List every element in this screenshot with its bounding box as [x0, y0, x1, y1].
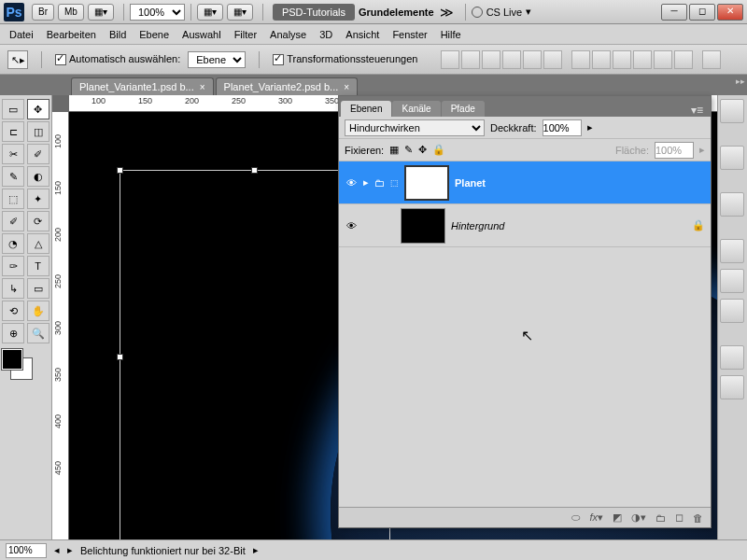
- screen-mode-button[interactable]: ▦▾: [88, 4, 114, 21]
- adjustment-layer-icon[interactable]: ◑▾: [631, 511, 646, 524]
- tool-button[interactable]: ✑: [2, 256, 24, 276]
- tool-button[interactable]: ✂: [2, 144, 24, 164]
- distribute-icon[interactable]: [654, 50, 672, 69]
- layer-row[interactable]: 👁 ▸ 🗀 ⬚ Planet: [339, 161, 711, 204]
- layer-thumbnail[interactable]: [404, 165, 449, 201]
- cslive-button[interactable]: CS Live ▾: [472, 6, 532, 18]
- tool-button[interactable]: ✦: [27, 189, 49, 209]
- visibility-icon[interactable]: 👁: [345, 177, 358, 189]
- tool-button[interactable]: ✐: [27, 144, 49, 164]
- layer-name[interactable]: Hintergrund: [451, 220, 686, 231]
- workspace-current[interactable]: PSD-Tutorials: [273, 4, 355, 21]
- tool-button[interactable]: ⟲: [2, 301, 24, 321]
- layers-panel[interactable]: Ebenen Kanäle Pfade ▾≡ Hindurchwirken De…: [338, 95, 712, 528]
- lock-transparency-icon[interactable]: ▦: [389, 144, 399, 156]
- lock-pixels-icon[interactable]: ✎: [404, 144, 413, 156]
- dock-icon[interactable]: [720, 299, 744, 323]
- color-swatches[interactable]: [2, 349, 39, 383]
- layer-name[interactable]: Planet: [455, 177, 705, 189]
- opacity-input[interactable]: [543, 119, 582, 136]
- ruler-vertical[interactable]: 100150200250300350400450: [52, 112, 69, 539]
- menu-ansicht[interactable]: Ansicht: [345, 29, 379, 40]
- link-layers-icon[interactable]: ⬭: [571, 511, 580, 524]
- menu-3d[interactable]: 3D: [319, 29, 332, 40]
- zoom-select[interactable]: 100%: [130, 4, 185, 21]
- transform-handle[interactable]: [117, 167, 123, 174]
- tool-button[interactable]: ⟳: [27, 211, 49, 231]
- visibility-icon[interactable]: 👁: [345, 220, 358, 231]
- menu-ebene[interactable]: Ebene: [139, 29, 169, 40]
- tool-button[interactable]: ▭: [27, 278, 49, 299]
- document-tab[interactable]: Planet_Variante1.psd b...×: [71, 77, 214, 95]
- layer-fx-icon[interactable]: fx▾: [589, 511, 603, 524]
- view-extras-button[interactable]: ▦▾: [197, 4, 223, 21]
- distribute-icon[interactable]: [592, 50, 611, 69]
- tool-button[interactable]: ✋: [27, 301, 49, 321]
- status-nav-icon[interactable]: ◂: [54, 544, 60, 556]
- layer-mask-icon[interactable]: ◩: [613, 511, 622, 524]
- close-tab-icon[interactable]: ×: [200, 82, 205, 92]
- minimize-button[interactable]: ─: [661, 4, 687, 21]
- tab-pfade[interactable]: Pfade: [442, 101, 485, 117]
- current-tool-icon[interactable]: ↖▸: [7, 50, 28, 69]
- transform-handle[interactable]: [117, 354, 123, 360]
- blend-mode-select[interactable]: Hindurchwirken: [345, 119, 485, 136]
- auto-align-icon[interactable]: [702, 50, 721, 69]
- transform-controls-check[interactable]: Transformationssteuerungen: [273, 53, 417, 65]
- tool-button[interactable]: ⬚: [2, 189, 24, 209]
- menu-bearbeiten[interactable]: Bearbeiten: [47, 29, 96, 40]
- align-icon[interactable]: [482, 50, 500, 69]
- arrange-button[interactable]: ▦▾: [227, 4, 253, 21]
- tool-button[interactable]: ✐: [2, 211, 24, 231]
- close-tab-icon[interactable]: ×: [344, 82, 349, 92]
- zoom-input[interactable]: [6, 543, 47, 558]
- layer-thumbnail[interactable]: [401, 208, 445, 244]
- menu-filter[interactable]: Filter: [234, 29, 257, 40]
- auto-select-target[interactable]: Ebene: [188, 51, 246, 68]
- tool-button[interactable]: ⊕: [2, 323, 24, 343]
- tool-button[interactable]: ◔: [2, 233, 24, 254]
- dock-icon[interactable]: [720, 239, 744, 263]
- distribute-icon[interactable]: [613, 50, 631, 69]
- tool-button[interactable]: ↳: [2, 278, 24, 299]
- fill-input[interactable]: [655, 142, 694, 159]
- new-layer-icon[interactable]: ◻: [675, 511, 684, 524]
- document-tab[interactable]: Planet_Variante2.psd b...×: [216, 77, 359, 95]
- status-flyout-icon[interactable]: ▸: [253, 544, 259, 556]
- maximize-button[interactable]: ◻: [689, 4, 715, 21]
- align-icon[interactable]: [441, 50, 459, 69]
- dock-icon[interactable]: [720, 375, 744, 399]
- dock-icon[interactable]: [720, 269, 744, 293]
- panel-menu-icon[interactable]: ▾≡: [684, 104, 711, 117]
- menu-auswahl[interactable]: Auswahl: [182, 29, 221, 40]
- dock-icon[interactable]: [720, 146, 744, 170]
- fill-flyout-icon[interactable]: ▸: [699, 144, 705, 156]
- lock-all-icon[interactable]: 🔒: [432, 144, 445, 156]
- tool-button[interactable]: ⊏: [2, 121, 24, 142]
- dock-icon[interactable]: [720, 99, 744, 123]
- auto-select-check[interactable]: Automatisch auswählen:: [55, 53, 180, 65]
- opacity-flyout-icon[interactable]: ▸: [587, 121, 593, 133]
- lock-position-icon[interactable]: ✥: [418, 144, 427, 156]
- close-button[interactable]: ✕: [717, 4, 743, 21]
- align-icon[interactable]: [543, 50, 562, 69]
- tab-ebenen[interactable]: Ebenen: [341, 101, 391, 117]
- tab-kanaele[interactable]: Kanäle: [392, 101, 440, 117]
- distribute-icon[interactable]: [633, 50, 652, 69]
- tool-button[interactable]: 🔍: [27, 323, 49, 343]
- expand-group-icon[interactable]: ▸: [363, 176, 369, 189]
- collapse-panels-icon[interactable]: ▸▸: [736, 77, 745, 86]
- tool-button[interactable]: T: [27, 256, 49, 276]
- menu-datei[interactable]: Datei: [9, 29, 34, 40]
- align-icon[interactable]: [461, 50, 480, 69]
- layer-row[interactable]: 👁 Hintergrund 🔒: [339, 204, 711, 247]
- delete-layer-icon[interactable]: 🗑: [693, 512, 703, 524]
- group-icon[interactable]: 🗀: [655, 512, 666, 524]
- distribute-icon[interactable]: [571, 50, 590, 69]
- tool-button[interactable]: ✎: [2, 166, 24, 187]
- bridge-button[interactable]: Br: [32, 4, 54, 21]
- status-nav-icon[interactable]: ▸: [67, 544, 73, 556]
- tool-button[interactable]: ▭: [2, 99, 24, 119]
- move-tool[interactable]: ✥: [27, 99, 49, 119]
- align-icon[interactable]: [502, 50, 521, 69]
